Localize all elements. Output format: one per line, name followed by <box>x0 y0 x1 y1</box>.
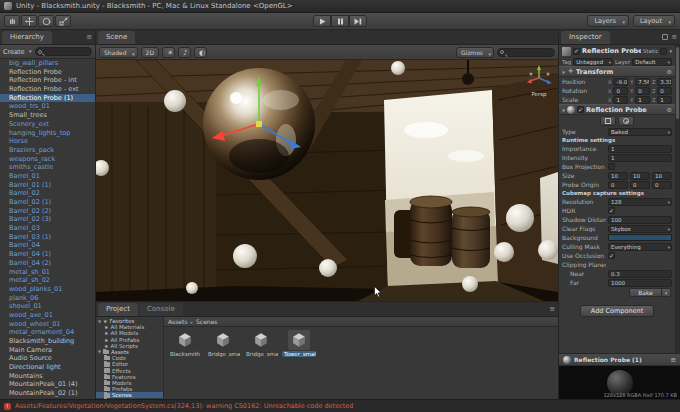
hierarchy-item[interactable]: Barrel_04 (1) <box>0 250 95 259</box>
add-component-button[interactable]: Add Component <box>580 305 654 317</box>
hierarchy-item[interactable]: Blacksmith_building <box>0 337 95 346</box>
effects-toggle-icon[interactable] <box>194 47 207 58</box>
inspector-menu-icon[interactable] <box>671 33 677 41</box>
hierarchy-item[interactable]: wood_wheel_01 <box>0 320 95 329</box>
hierarchy-item[interactable]: MountainPeak_02 (1) <box>0 389 95 398</box>
bake-button[interactable]: Bake <box>629 288 662 297</box>
hierarchy-item[interactable]: Barrel_02 <box>0 189 95 198</box>
hierarchy-item[interactable]: metal_sh_02 <box>0 276 95 285</box>
lighting-toggle-icon[interactable] <box>162 47 175 58</box>
type-dropdown[interactable]: Baked <box>608 128 672 136</box>
hierarchy-item[interactable]: MountainPeak_01 (4) <box>0 380 95 389</box>
scene-orientation-gizmo[interactable] <box>525 63 553 91</box>
resolution-dropdown[interactable]: 128 <box>608 198 672 206</box>
far-field[interactable]: 1000 <box>608 279 672 287</box>
breadcrumb-root[interactable]: Assets <box>168 317 188 327</box>
importance-field[interactable]: 1 <box>608 145 672 153</box>
scene-viewport[interactable]: Persp <box>96 60 558 301</box>
breadcrumb-current[interactable]: Scenes <box>196 317 217 327</box>
foldout-icon[interactable] <box>562 68 565 76</box>
hierarchy-item[interactable]: wood_planks_01 <box>0 285 95 294</box>
background-color-swatch[interactable] <box>608 234 672 241</box>
hierarchy-item[interactable]: Reflection Probe <box>0 68 95 77</box>
hierarchy-item[interactable]: Barrel_02 (2) <box>0 207 95 216</box>
move-tool-button[interactable] <box>21 15 37 27</box>
hierarchy-item[interactable]: metal_sh_01 <box>0 268 95 277</box>
preview-menu-icon[interactable] <box>670 356 676 364</box>
position-z-field[interactable]: 3.31 <box>657 78 672 86</box>
draw-mode-dropdown[interactable]: Shaded <box>99 47 138 58</box>
hierarchy-item[interactable]: smiths_castle <box>0 163 95 172</box>
asset-item[interactable]: Blacksmith <box>168 330 202 357</box>
hierarchy-item[interactable]: shovel_01 <box>0 302 95 311</box>
edit-bounds-button[interactable] <box>600 116 616 126</box>
rotation-y-field[interactable]: 0 <box>635 87 650 95</box>
origin-y-field[interactable]: 0 <box>630 181 650 189</box>
hierarchy-menu-icon[interactable] <box>86 33 92 41</box>
asset-item[interactable]: Bridge_small2 <box>244 330 278 357</box>
hierarchy-item[interactable]: Braziers_pack <box>0 146 95 155</box>
create-dropdown[interactable]: Create <box>3 48 32 56</box>
hierarchy-item[interactable]: Directional light <box>0 363 95 372</box>
hierarchy-item[interactable]: Barrel_03 (1) <box>0 233 95 242</box>
rotation-x-field[interactable]: 0 <box>613 87 628 95</box>
gear-icon[interactable] <box>667 106 672 114</box>
asset-item[interactable]: Tower_small <box>282 330 316 357</box>
hierarchy-item[interactable]: wood_axe_01 <box>0 311 95 320</box>
tag-dropdown[interactable]: Untagged <box>573 58 613 66</box>
hierarchy-item[interactable]: Reflection Probe (1) <box>0 94 95 103</box>
foldout-icon[interactable] <box>562 106 565 114</box>
gizmos-dropdown[interactable]: Gizmos <box>456 47 494 58</box>
2d-toggle-button[interactable]: 2D <box>141 47 159 58</box>
hierarchy-item[interactable]: Audio Source <box>0 354 95 363</box>
rotate-tool-button[interactable] <box>38 15 54 27</box>
rotation-z-field[interactable]: 0 <box>657 87 672 95</box>
position-x-field[interactable]: -9.04 <box>613 78 628 86</box>
perspective-label[interactable]: Persp <box>525 91 553 97</box>
position-y-field[interactable]: 7.56 <box>635 78 650 86</box>
play-button[interactable] <box>313 15 331 27</box>
step-button[interactable] <box>349 15 367 27</box>
hierarchy-item[interactable]: wood_trs_01 <box>0 102 95 111</box>
hand-tool-button[interactable] <box>4 15 20 27</box>
edit-origin-button[interactable] <box>618 116 634 126</box>
tab-inspector[interactable]: Inspector <box>561 31 610 44</box>
culling-mask-dropdown[interactable]: Everything <box>608 243 672 251</box>
hierarchy-item[interactable]: Main Camera <box>0 346 95 355</box>
preview-header[interactable]: Reflection Probe (1) <box>559 354 680 366</box>
hierarchy-item[interactable]: Barrel_01 (1) <box>0 181 95 190</box>
layer-dropdown[interactable]: Default <box>632 58 672 66</box>
hierarchy-item[interactable]: Horse <box>0 137 95 146</box>
hierarchy-item[interactable]: Barrel_04 <box>0 241 95 250</box>
gear-icon[interactable] <box>667 68 672 76</box>
hierarchy-item[interactable]: Scenery_ext <box>0 120 95 129</box>
hierarchy-item[interactable]: weapons_rack <box>0 155 95 164</box>
intensity-field[interactable]: 1 <box>608 154 672 162</box>
inspector-scrollbar[interactable] <box>675 45 680 353</box>
scene-search-input[interactable] <box>497 48 555 57</box>
hierarchy-item[interactable]: Barrel_03 <box>0 224 95 233</box>
hierarchy-item[interactable]: metal_ornament_04 <box>0 328 95 337</box>
scale-tool-button[interactable] <box>55 15 71 27</box>
hierarchy-item[interactable]: plank_06 <box>0 294 95 303</box>
object-name[interactable]: Reflection Probe (1) <box>582 47 641 55</box>
hierarchy-item[interactable]: big_wall_pillars <box>0 59 95 68</box>
component-enabled-checkbox[interactable] <box>577 106 584 113</box>
scale-y-field[interactable]: 1 <box>635 96 650 104</box>
hierarchy-search-input[interactable] <box>35 47 92 56</box>
hierarchy-item[interactable]: Barrel_04 (2) <box>0 259 95 268</box>
static-checkbox[interactable] <box>660 48 667 55</box>
hierarchy-item[interactable]: Reflection Probe - int <box>0 76 95 85</box>
near-field[interactable]: 0.3 <box>608 270 672 278</box>
origin-x-field[interactable]: 0 <box>608 181 628 189</box>
bake-dropdown-icon[interactable] <box>662 288 671 297</box>
reflection-probe-component-header[interactable]: Reflection Probe <box>559 104 675 115</box>
hierarchy-item[interactable]: Mountains <box>0 372 95 381</box>
size-z-field[interactable]: 10 <box>652 172 672 180</box>
foldout-icon[interactable] <box>98 349 101 355</box>
hierarchy-item[interactable]: Barrel_02 (3) <box>0 215 95 224</box>
transform-component-header[interactable]: Transform <box>559 66 675 77</box>
clear-flags-dropdown[interactable]: Skybox <box>608 225 672 233</box>
pause-button[interactable] <box>331 15 349 27</box>
scale-z-field[interactable]: 1 <box>657 96 672 104</box>
